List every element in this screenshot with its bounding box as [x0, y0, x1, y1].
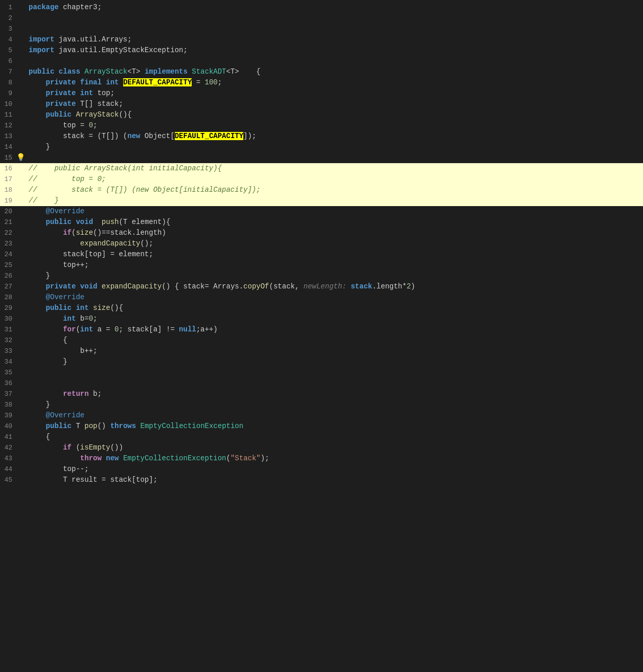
line-number-18: 18: [0, 185, 16, 195]
line-gutter-29: 29: [0, 303, 27, 313]
plain-token: ;: [93, 121, 97, 129]
keyword-token: int: [80, 325, 93, 333]
code-area: 1package chapter3;234import java.util.Ar…: [0, 0, 643, 485]
code-line-26: 26 }: [0, 271, 643, 281]
line-number-44: 44: [0, 464, 16, 475]
plain-token: }: [29, 143, 50, 151]
line-gutter-35: 35: [0, 367, 27, 378]
line-content-6: [27, 56, 643, 66]
plain-token: }: [29, 400, 50, 409]
plain-token: ): [411, 282, 415, 290]
keyword-token: void: [76, 218, 93, 226]
keyword-token: import: [29, 46, 54, 54]
plain-token: [29, 422, 46, 430]
keyword-token: void: [80, 282, 98, 290]
line-content-30: int b=0;: [27, 313, 643, 324]
line-number-37: 37: [0, 389, 16, 399]
code-line-33: 33 b++;: [0, 346, 643, 356]
method-token: size: [76, 229, 93, 237]
type-token: EmptyCollectionException: [141, 422, 244, 430]
line-gutter-1: 1: [0, 2, 27, 13]
plain-token: [29, 454, 80, 462]
keyword-token: null: [179, 325, 196, 333]
line-gutter-20: 20: [0, 206, 27, 217]
line-number-29: 29: [0, 303, 16, 313]
line-content-19: // }: [27, 195, 643, 206]
code-line-3: 3: [0, 24, 643, 34]
line-number-3: 3: [0, 24, 16, 34]
code-line-45: 45 T result = stack[top];: [0, 475, 643, 485]
plain-token: }: [29, 272, 50, 280]
line-content-44: top--;: [27, 464, 643, 475]
line-number-14: 14: [0, 142, 16, 152]
plain-token: T result = stack[top];: [29, 476, 157, 484]
plain-token: top--;: [29, 465, 89, 473]
line-gutter-38: 38: [0, 399, 27, 410]
code-line-22: 22 if(size()==stack.length): [0, 228, 643, 238]
keyword-token: import: [29, 35, 54, 43]
line-gutter-41: 41: [0, 432, 27, 442]
line-number-43: 43: [0, 454, 16, 464]
line-number-10: 10: [0, 99, 16, 109]
line-number-23: 23: [0, 239, 16, 249]
plain-token: =: [192, 78, 204, 86]
code-line-15: 15💡: [0, 152, 643, 163]
plain-token: }: [29, 357, 67, 366]
code-line-39: 39 @Override: [0, 410, 643, 421]
annotation-token: @Override: [46, 411, 85, 419]
keyword-token: final: [80, 78, 102, 86]
plain-token: (){: [119, 110, 131, 119]
code-line-28: 28 @Override: [0, 292, 643, 303]
line-number-7: 7: [0, 67, 16, 77]
line-gutter-44: 44: [0, 464, 27, 475]
plain-token: [136, 422, 140, 430]
line-content-2: [27, 13, 643, 24]
line-gutter-24: 24: [0, 249, 27, 260]
plain-token: ()==stack.length): [93, 229, 166, 237]
line-content-27: private void expandCapacity() { stack= A…: [27, 281, 643, 292]
line-content-12: top = 0;: [27, 120, 643, 131]
line-number-31: 31: [0, 325, 16, 335]
code-line-2: 2: [0, 13, 643, 24]
line-content-4: import java.util.Arrays;: [27, 34, 643, 45]
keyword-token: public: [46, 218, 72, 226]
line-number-22: 22: [0, 228, 16, 238]
code-line-8: 8 private final int DEFAULT_CAPACITY = 1…: [0, 77, 643, 88]
line-gutter-21: 21: [0, 217, 27, 228]
line-content-32: {: [27, 335, 643, 346]
line-content-7: public class ArrayStack<T> implements St…: [27, 66, 643, 77]
line-content-10: private T[] stack;: [27, 99, 643, 109]
line-number-33: 33: [0, 346, 16, 356]
plain-token: [29, 443, 63, 452]
line-content-41: {: [27, 432, 643, 442]
line-gutter-8: 8: [0, 77, 27, 88]
line-number-5: 5: [0, 46, 16, 56]
line-number-2: 2: [0, 13, 16, 24]
plain-token: stack[top] = element;: [29, 250, 153, 258]
keyword-token: private: [46, 89, 76, 97]
line-content-16: // public ArrayStack(int initialCapacity…: [27, 163, 643, 174]
plain-token: stack = (T[]) (: [29, 132, 127, 140]
keyword-token: public: [46, 304, 72, 312]
line-gutter-30: 30: [0, 313, 27, 324]
line-number-19: 19: [0, 196, 16, 206]
code-line-19: 19// }: [0, 195, 643, 206]
plain-token: [54, 68, 58, 76]
code-line-29: 29 public int size(){: [0, 303, 643, 313]
line-number-15: 15: [0, 153, 16, 163]
line-gutter-4: 4: [0, 34, 27, 45]
line-number-39: 39: [0, 411, 16, 421]
keyword-token: private: [46, 282, 76, 290]
line-gutter-10: 10: [0, 99, 27, 109]
method-token: ArrayStack: [76, 110, 119, 119]
code-line-11: 11 public ArrayStack(){: [0, 109, 643, 120]
code-line-21: 21 public void push(T element){: [0, 217, 643, 228]
line-content-33: b++;: [27, 346, 643, 356]
plain-token: [76, 89, 80, 97]
plain-token: [29, 110, 46, 119]
method-token: push: [102, 218, 119, 226]
line-content-9: private int top;: [27, 88, 643, 99]
code-line-1: 1package chapter3;: [0, 2, 643, 13]
lightbulb-icon: 💡: [16, 152, 25, 163]
plain-token: [29, 229, 63, 237]
